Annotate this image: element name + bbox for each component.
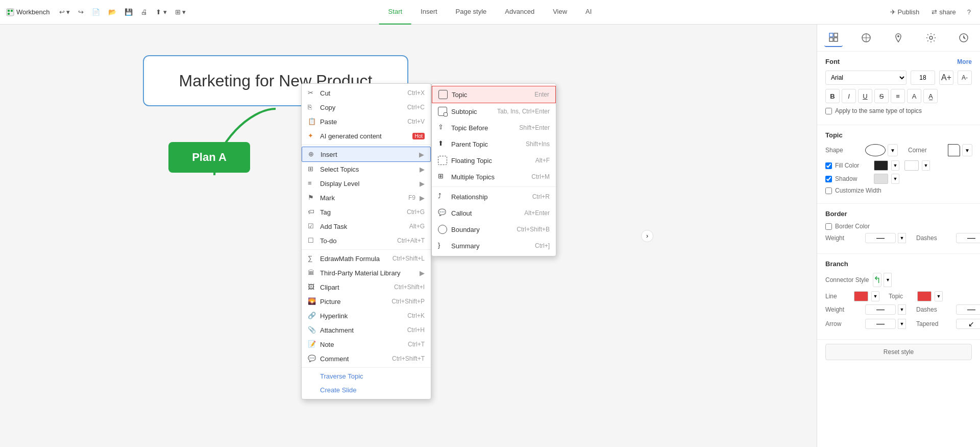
customize-width-checkbox[interactable]: [825, 187, 832, 194]
menu-traverse[interactable]: Traverse Topic: [302, 369, 431, 383]
menu-note[interactable]: 📝 Note Ctrl+T: [302, 337, 431, 351]
undo-button[interactable]: ↩ ▾: [56, 6, 74, 18]
fill-color-dropdown[interactable]: ▼: [891, 160, 899, 171]
font-size-input[interactable]: [911, 70, 935, 85]
redo-button[interactable]: ↪: [75, 6, 87, 18]
print-button[interactable]: 🖨: [138, 6, 151, 18]
open-button[interactable]: 📂: [105, 6, 119, 18]
panel-toggle[interactable]: ›: [641, 230, 653, 242]
strikethrough-btn[interactable]: S: [874, 89, 889, 103]
branch-weight-dropdown[interactable]: ▼: [898, 304, 906, 315]
submenu-boundary[interactable]: Boundary Ctrl+Shift+B: [432, 221, 556, 238]
border-color-checkbox[interactable]: [825, 223, 832, 230]
topic-color-dropdown[interactable]: ▼: [935, 291, 943, 301]
nav-page-style[interactable]: Page style: [447, 0, 496, 25]
submenu-summary[interactable]: } Summary Ctrl+]: [432, 238, 556, 254]
branch-weight-line[interactable]: —: [865, 304, 896, 315]
menu-comment[interactable]: 💬 Comment Ctrl+Shift+T: [302, 351, 431, 366]
save-button[interactable]: 💾: [121, 6, 136, 18]
weight-dropdown[interactable]: ▼: [898, 233, 906, 243]
submenu-callout[interactable]: 💬 Callout Alt+Enter: [432, 205, 556, 221]
underline-btn[interactable]: U: [858, 89, 872, 103]
submenu-multiple-topics[interactable]: ⊞ Multiple Topics Ctrl+M: [432, 169, 556, 185]
shape-dropdown[interactable]: ▼: [888, 144, 898, 156]
menu-attachment[interactable]: 📎 Attachment Ctrl+H: [302, 323, 431, 337]
dashes-line[interactable]: —: [956, 233, 980, 243]
shadow-color-box[interactable]: [874, 174, 888, 184]
shadow-dropdown[interactable]: ▼: [891, 174, 899, 184]
submenu-relationship[interactable]: ⤴ Relationship Ctrl+R: [432, 189, 556, 205]
export-button[interactable]: ⬆ ▾: [153, 6, 170, 18]
connector-style-dropdown[interactable]: ▼: [884, 273, 892, 287]
panel-icon-settings[interactable]: [922, 29, 940, 47]
menu-cut[interactable]: ✂ Cut Ctrl+X: [302, 86, 431, 100]
shape-oval[interactable]: [865, 144, 886, 156]
menu-create-slide[interactable]: Create Slide: [302, 383, 431, 397]
italic-btn[interactable]: I: [842, 89, 856, 103]
menu-todo[interactable]: ☐ To-do Ctrl+Alt+T: [302, 233, 431, 248]
tapered-line[interactable]: ↙: [956, 319, 980, 329]
bold-btn[interactable]: B: [825, 89, 840, 103]
nav-start[interactable]: Start: [379, 0, 411, 25]
apply-same-checkbox[interactable]: [825, 108, 832, 114]
font-select[interactable]: Arial: [825, 70, 906, 85]
shadow-checkbox[interactable]: [825, 176, 832, 182]
submenu-floating-topic[interactable]: Floating Topic Alt+F: [432, 152, 556, 169]
fill-color-box2[interactable]: [904, 160, 919, 171]
corner-dropdown[interactable]: ▼: [962, 144, 972, 156]
nav-insert[interactable]: Insert: [411, 0, 447, 25]
menu-hyperlink[interactable]: 🔗 Hyperlink Ctrl+K: [302, 309, 431, 323]
menu-picture[interactable]: 🌄 Picture Ctrl+Shift+P: [302, 294, 431, 309]
arrow-line[interactable]: —: [865, 319, 896, 329]
font-color-btn[interactable]: A: [907, 89, 921, 103]
menu-ai[interactable]: ✦ AI generated content Hot: [302, 129, 431, 143]
more-button[interactable]: ⊞ ▾: [172, 6, 189, 18]
share-button[interactable]: ⇄ share: [927, 6, 960, 18]
branch-dashes-line[interactable]: —: [956, 304, 980, 315]
submenu-topic-before[interactable]: ⇧ Topic Before Shift+Enter: [432, 120, 556, 136]
menu-display-level[interactable]: ≡ Display Level ▶: [302, 176, 431, 191]
nav-advanced[interactable]: Advanced: [496, 0, 544, 25]
menu-math[interactable]: ∑ EdrawMath Formula Ctrl+Shift+L: [302, 251, 431, 266]
canvas[interactable]: › Marketing for New Product Plan A ✂ Cut: [0, 25, 817, 447]
publish-button[interactable]: ✈ Publish: [886, 6, 924, 18]
menu-mark[interactable]: ⚑ Mark F9 ▶: [302, 191, 431, 205]
corner-shape[interactable]: [948, 144, 960, 156]
line-color-dropdown[interactable]: ▼: [871, 291, 879, 301]
panel-icon-map[interactable]: [857, 29, 875, 47]
submenu-parent-topic[interactable]: ⬆ Parent Topic Shift+Ins: [432, 136, 556, 152]
help-button[interactable]: ?: [964, 6, 974, 18]
menu-copy[interactable]: ⎘ Copy Ctrl+C: [302, 100, 431, 114]
panel-icon-location[interactable]: [889, 29, 908, 47]
weight-line[interactable]: —: [865, 233, 896, 243]
panel-icon-clock[interactable]: [954, 29, 973, 47]
connector-style-box[interactable]: ↰: [873, 273, 881, 287]
highlight-btn[interactable]: A̲: [923, 89, 938, 103]
reset-style-button[interactable]: Reset style: [825, 344, 972, 360]
plan-a-topic[interactable]: Plan A: [168, 142, 250, 173]
new-button[interactable]: 📄: [89, 6, 103, 18]
nav-view[interactable]: View: [544, 0, 576, 25]
topic-color-box[interactable]: [917, 291, 932, 301]
fill-color-checkbox[interactable]: [825, 162, 832, 169]
font-size-decrease-btn[interactable]: A-: [958, 70, 972, 85]
font-more-btn[interactable]: More: [957, 58, 972, 65]
menu-select-topics[interactable]: ⊞ Select Topics ▶: [302, 162, 431, 176]
submenu-subtopic[interactable]: Subtopic Tab, Ins, Ctrl+Enter: [432, 103, 556, 120]
nav-ai[interactable]: AI: [576, 0, 601, 25]
align-btn[interactable]: ≡: [891, 89, 905, 103]
menu-thirdparty[interactable]: 🏛 Third-Party Material Library ▶: [302, 266, 431, 280]
menu-tag[interactable]: 🏷 Tag Ctrl+G: [302, 205, 431, 219]
menu-paste[interactable]: 📋 Paste Ctrl+V: [302, 114, 431, 129]
panel-icon-style[interactable]: [824, 29, 843, 47]
line-color-box[interactable]: [854, 291, 868, 301]
menu-clipart[interactable]: 🖼 Clipart Ctrl+Shift+I: [302, 280, 431, 294]
context-menu: ✂ Cut Ctrl+X ⎘ Copy Ctrl+C 📋 Paste Ctrl+…: [301, 83, 431, 399]
menu-insert[interactable]: ⊕ Insert ▶: [302, 147, 431, 162]
fill-color-dropdown2[interactable]: ▼: [922, 160, 930, 171]
menu-add-task[interactable]: ☑ Add Task Alt+G: [302, 219, 431, 233]
arrow-dropdown[interactable]: ▼: [898, 319, 906, 329]
submenu-topic[interactable]: Topic Enter: [432, 86, 556, 103]
font-size-increase-btn[interactable]: A+: [939, 70, 953, 85]
fill-color-box[interactable]: [874, 160, 888, 171]
